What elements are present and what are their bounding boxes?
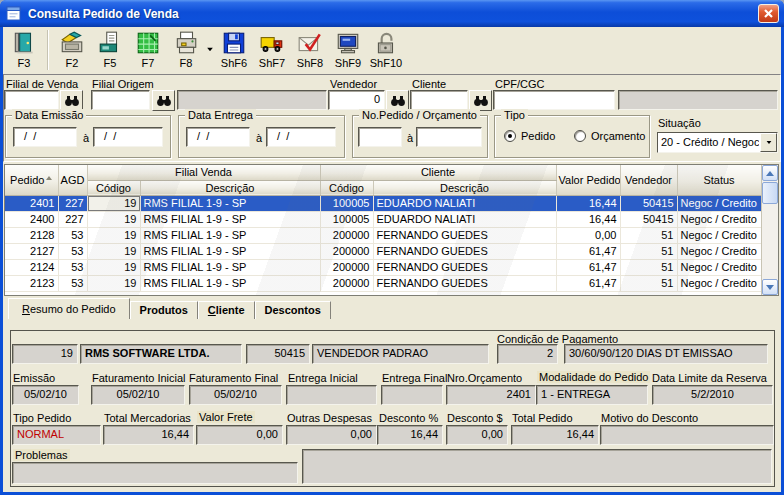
- table-row[interactable]: 2400227 19RMS FILIAL 1-9 - SP 100005EDUA…: [5, 211, 761, 227]
- ate-separator: à: [407, 132, 413, 144]
- problemas-label: Problemas: [13, 449, 70, 461]
- col-header-filial-venda[interactable]: Filial Venda: [87, 165, 320, 180]
- data-emissao-ate-input[interactable]: / /: [93, 127, 163, 147]
- delivery-button[interactable]: ShF7: [253, 29, 291, 71]
- faturamento-final-label: Faturamento Final: [189, 372, 278, 384]
- desconto-pct-label: Desconto %: [379, 412, 438, 424]
- table-row[interactable]: 212853 19RMS FILIAL 1-9 - SP 200000FERNA…: [5, 227, 761, 243]
- cliente-input[interactable]: [410, 90, 468, 110]
- desconto-valor-label: Desconto $: [447, 412, 503, 424]
- total-mercadorias-label: Total Mercadorias: [104, 412, 191, 424]
- pedido-ate-input[interactable]: [416, 127, 482, 147]
- print-button[interactable]: F8: [167, 29, 205, 71]
- total-mercadorias-field: 16,44: [103, 425, 194, 445]
- filial-origem-search-button[interactable]: [152, 90, 175, 111]
- window-title: Consulta Pedido de Venda: [28, 7, 179, 21]
- print-options-dropdown[interactable]: [205, 29, 215, 69]
- table-row[interactable]: 212353 19RMS FILIAL 1-9 - SP 200000FERNA…: [5, 275, 761, 291]
- nro-orcamento-field: 2401: [446, 385, 536, 405]
- cpf-cgc-label: CPF/CGC: [495, 78, 545, 90]
- data-entrega-de-input[interactable]: / /: [186, 127, 250, 147]
- scroll-down-button[interactable]: [762, 279, 778, 295]
- vendedor-input[interactable]: 0: [328, 90, 385, 110]
- radio-icon: [504, 130, 516, 142]
- filial-de-venda-input[interactable]: [4, 90, 59, 110]
- spreadsheet-button[interactable]: F7: [129, 29, 167, 71]
- total-pedido-label: Total Pedido: [512, 412, 573, 424]
- close-icon: [763, 8, 774, 19]
- tab-resumo-do-pedido[interactable]: Resumo do Pedido: [8, 298, 130, 319]
- open-folder-icon: [58, 29, 86, 57]
- entrega-final-field: [381, 385, 443, 405]
- combo-dropdown-button[interactable]: [760, 133, 777, 152]
- cpf-cgc-input[interactable]: [493, 90, 615, 110]
- toolbar-key-label: F3: [18, 57, 31, 69]
- observacoes-box: [302, 449, 772, 484]
- data-entrega-ate-input[interactable]: / /: [266, 127, 336, 147]
- radio-pedido[interactable]: Pedido: [504, 130, 555, 142]
- vertical-scrollbar[interactable]: [761, 165, 778, 295]
- situacao-select[interactable]: 20 - Crédito / Negoc: [657, 132, 778, 153]
- cliente-search-button[interactable]: [469, 90, 492, 111]
- entrega-inicial-label: Entrega Inicial: [288, 372, 358, 384]
- lock-button[interactable]: ShF10: [367, 29, 405, 71]
- filial-de-venda-label: Filial de Venda: [6, 78, 78, 90]
- col-header-agd[interactable]: AGD: [58, 165, 87, 195]
- chevron-down-icon: [207, 47, 213, 51]
- radio-icon: [574, 130, 586, 142]
- tab-descontos[interactable]: Descontos: [255, 301, 331, 319]
- scrollbar-thumb[interactable]: [762, 182, 778, 204]
- table-row[interactable]: 212453 19RMS FILIAL 1-9 - SP 200000FERNA…: [5, 259, 761, 275]
- col-header-pedido[interactable]: Pedido: [5, 165, 58, 195]
- vendedor-search-button[interactable]: [386, 90, 409, 111]
- situacao-value: 20 - Crédito / Negoc: [661, 134, 759, 151]
- tab-cliente[interactable]: Cliente: [198, 301, 255, 319]
- mail-confirm-button[interactable]: ShF8: [291, 29, 329, 71]
- faturamento-inicial-label: Faturamento Inicial: [92, 372, 186, 384]
- delivery-truck-icon: [258, 29, 286, 57]
- ate-separator: à: [256, 132, 262, 144]
- col-header-vendedor[interactable]: Vendedor: [620, 165, 677, 195]
- situacao-label: Situação: [658, 117, 701, 129]
- pedido-de-input[interactable]: [358, 127, 402, 147]
- toolbar-key-label: F5: [104, 57, 117, 69]
- search-open-button[interactable]: F2: [53, 29, 91, 71]
- filial-de-venda-search-button[interactable]: [60, 90, 83, 111]
- close-button[interactable]: [758, 4, 779, 23]
- print-preview-icon: [96, 29, 124, 57]
- toolbar-key-label: ShF7: [259, 57, 285, 69]
- faturamento-inicial-field: 05/02/10: [91, 385, 185, 405]
- print-preview-button[interactable]: F5: [91, 29, 129, 71]
- exit-button[interactable]: F3: [5, 29, 43, 71]
- radio-orcamento-label: Orçamento: [591, 130, 645, 142]
- tab-produtos[interactable]: Produtos: [130, 301, 198, 319]
- col-header-cliente-descricao[interactable]: Descrição: [373, 180, 556, 195]
- radio-orcamento[interactable]: Orçamento: [574, 130, 645, 142]
- vendedor-codigo-field: 50415: [246, 344, 310, 364]
- toolbar-key-label: F7: [142, 57, 155, 69]
- toolbar-key-label: ShF8: [297, 57, 323, 69]
- filial-origem-input[interactable]: [91, 90, 150, 110]
- col-header-cliente-codigo[interactable]: Código: [320, 180, 373, 195]
- filial-codigo-field: 19: [12, 344, 78, 364]
- table-row[interactable]: 212753 19RMS FILIAL 1-9 - SP 200000FERNA…: [5, 243, 761, 259]
- binoculars-icon: [156, 95, 172, 107]
- save-button[interactable]: ShF6: [215, 29, 253, 71]
- radio-pedido-label: Pedido: [521, 130, 555, 142]
- col-header-filial-codigo[interactable]: Código: [87, 180, 140, 195]
- col-header-filial-descricao[interactable]: Descrição: [140, 180, 320, 195]
- data-emissao-de-input[interactable]: / /: [13, 127, 77, 147]
- col-header-valor-pedido[interactable]: Valor Pedido: [556, 165, 620, 195]
- condicao-descricao-field: 30/60/90/120 DIAS DT EMISSAO: [564, 344, 768, 364]
- pedido-orcamento-legend: No.Pedido / Orçamento: [359, 109, 480, 121]
- data-entrega-legend: Data Entrega: [185, 109, 256, 121]
- tab-strip: Resumo do Pedido Produtos Cliente Descon…: [8, 298, 331, 319]
- col-header-cliente[interactable]: Cliente: [320, 165, 556, 180]
- scroll-up-button[interactable]: [762, 165, 778, 181]
- monitor-icon: [334, 29, 362, 57]
- modalidade-label: Modalidade do Pedido: [537, 371, 650, 383]
- terminal-button[interactable]: ShF9: [329, 29, 367, 71]
- valor-frete-label: Valor Frete: [197, 411, 255, 423]
- table-row[interactable]: 2401227 19RMS FILIAL 1-9 - SP 100005EDUA…: [5, 195, 761, 211]
- col-header-status[interactable]: Status: [677, 165, 761, 195]
